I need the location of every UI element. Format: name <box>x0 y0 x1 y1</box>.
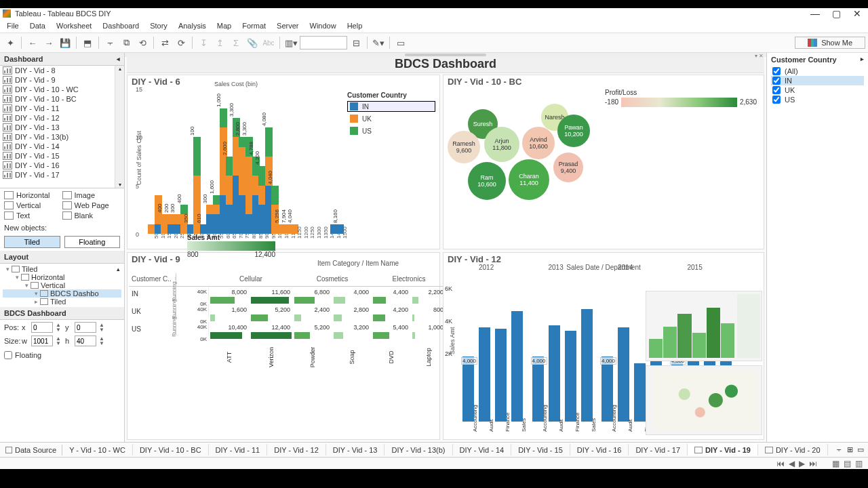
sort-desc-button[interactable]: ↥ <box>212 35 227 50</box>
filter-customer-country[interactable]: Customer Country▸ (All)INUKUS <box>766 53 868 442</box>
worksheet-item[interactable]: DIY - Vid - 13 <box>0 123 124 132</box>
object-vertical[interactable]: Vertical <box>16 201 62 209</box>
profit-loss-legend[interactable]: Profit/Loss -180 2,630 <box>605 89 757 107</box>
object-horizontal[interactable]: Horizontal <box>16 191 62 199</box>
close-button[interactable]: ✕ <box>853 9 861 18</box>
view-list-icon[interactable]: ▤ <box>844 459 851 468</box>
layout-tree[interactable]: ▾Tiled▴▾Horizontal▾Vertical▾BDCS Dashbo▸… <box>0 264 124 307</box>
refresh-button[interactable]: ⟳ <box>174 35 189 50</box>
sheet-tab[interactable]: DIY - Vid - 12 <box>267 444 326 455</box>
sheet-tab[interactable]: DIY - Vid - 14 <box>453 444 512 455</box>
sheet-tab[interactable]: DIY - Vid - 15 <box>511 444 570 455</box>
show-me-button[interactable]: Show Me <box>795 37 865 49</box>
object-image[interactable]: Image <box>75 191 121 199</box>
worksheet-item[interactable]: DIY - Vid - 11 <box>0 104 124 113</box>
fix-axes-button[interactable]: ⊟ <box>349 35 363 50</box>
sheet-tab[interactable]: DIY - Vid - 19 <box>688 444 758 455</box>
new-worksheet-icon[interactable]: ⫟ <box>835 445 843 454</box>
viz-diy-vid-9[interactable]: DIY - Vid - 9 Sales Amt 80012,400 Item C… <box>127 252 440 440</box>
maximize-button[interactable]: ▢ <box>832 9 841 18</box>
menu-worksheet[interactable]: Worksheet <box>51 20 97 31</box>
label-button[interactable]: Abc <box>261 35 276 50</box>
thumbnail-1[interactable] <box>646 291 762 361</box>
new-datasource-button[interactable]: ⬒ <box>80 35 95 50</box>
bubble-arjun[interactable]: Arjun11,800 <box>484 127 519 162</box>
undo-button[interactable]: ← <box>25 35 40 50</box>
highlight-button[interactable]: ✎▾ <box>371 35 386 50</box>
bubble-charan[interactable]: Charan11,400 <box>509 159 549 200</box>
next-button[interactable]: ▶ <box>799 459 805 468</box>
filter-item[interactable]: US <box>771 95 864 104</box>
filter-item[interactable]: UK <box>771 85 864 95</box>
object-blank[interactable]: Blank <box>75 211 121 220</box>
blank-icon[interactable] <box>62 211 72 220</box>
menu-file[interactable]: File <box>1 20 24 31</box>
layout-node[interactable]: ▾Vertical <box>3 281 121 289</box>
drag-handle[interactable] <box>405 54 486 56</box>
new-story-icon[interactable]: ▭ <box>857 445 864 454</box>
pos-x-input[interactable] <box>31 322 53 333</box>
filter-item[interactable]: (All) <box>771 66 864 76</box>
floating-checkbox[interactable] <box>4 351 12 359</box>
menu-window[interactable]: Window <box>304 20 342 31</box>
menu-analysis[interactable]: Analysis <box>173 20 212 31</box>
sheet-tab[interactable]: Y - Vid - 10 - WC <box>62 444 133 455</box>
viz-diy-vid-10-bc[interactable]: DIY - Vid - 10 - BC Profit/Loss -180 2,6… <box>443 75 764 249</box>
minimize-button[interactable]: — <box>810 9 820 18</box>
new-worksheet-button[interactable]: ⫟ <box>102 35 117 50</box>
menu-help[interactable]: Help <box>342 20 368 31</box>
dashboard-canvas[interactable]: ▾ ✕ BDCS Dashboard DIY - Vid - 6 Sales C… <box>125 53 766 442</box>
dashboard-title[interactable]: BDCS Dashboard <box>127 54 764 73</box>
layout-node[interactable]: ▾BDCS Dashbo <box>3 289 121 298</box>
worksheet-item[interactable]: DIY - Vid - 12 <box>0 113 124 123</box>
duplicate-button[interactable]: ⧉ <box>119 35 134 50</box>
sheet-tab[interactable]: DIY - Vid - 13(b) <box>384 444 452 455</box>
presentation-button[interactable]: ▭ <box>393 35 408 50</box>
bubble-ram[interactable]: Ram10,600 <box>468 162 506 200</box>
menu-map[interactable]: Map <box>212 20 237 31</box>
worksheet-item[interactable]: DIY - Vid - 8 <box>0 66 124 75</box>
layout-node[interactable]: ▾Tiled▴ <box>3 265 121 273</box>
worksheet-list[interactable]: ▴ ▾ DIY - Vid - 8DIY - Vid - 9DIY - Vid … <box>0 66 124 188</box>
worksheet-item[interactable]: DIY - Vid - 15 <box>0 151 124 161</box>
layout-node[interactable]: ▾Horizontal <box>3 273 121 281</box>
tiled-toggle[interactable]: Tiled <box>4 236 60 248</box>
menu-dashboard[interactable]: Dashboard <box>97 20 144 31</box>
size-h-input[interactable] <box>75 336 96 346</box>
worksheet-item[interactable]: DIY - Vid - 9 <box>0 75 124 85</box>
data-source-tab[interactable]: Data Source <box>0 445 62 455</box>
fit-combo[interactable] <box>300 36 347 49</box>
worksheet-item[interactable]: DIY - Vid - 17 <box>0 170 124 180</box>
bubble-ramesh[interactable]: Ramesh9,600 <box>448 131 480 163</box>
tableau-logo-icon[interactable]: ✦ <box>3 35 18 50</box>
worksheet-item[interactable]: DIY - Vid - 13(b) <box>0 132 124 142</box>
first-button[interactable]: ⏮ <box>776 459 785 468</box>
filter-item[interactable]: IN <box>771 76 864 85</box>
vertical-icon[interactable] <box>4 201 14 209</box>
prev-button[interactable]: ◀ <box>789 459 795 468</box>
save-button[interactable]: 💾 <box>58 35 73 50</box>
webpage-icon[interactable] <box>62 201 72 209</box>
new-dashboard-icon[interactable]: ⊞ <box>847 445 853 454</box>
worksheet-item[interactable]: DIY - Vid - 10 - WC <box>0 85 124 94</box>
object-webpage[interactable]: Web Page <box>75 201 121 209</box>
sheet-tab[interactable]: DIY - Vid - 10 - BC <box>133 444 209 455</box>
last-button[interactable]: ⏭ <box>809 459 817 468</box>
sales-amt-legend[interactable]: Sales Amt 80012,400 <box>187 234 275 258</box>
menu-server[interactable]: Server <box>271 20 304 31</box>
floating-toggle[interactable]: Floating <box>64 236 121 248</box>
sheet-tab[interactable]: DIY - Vid - 16 <box>570 444 629 455</box>
bubble-pawan[interactable]: Pawan10,200 <box>557 115 590 147</box>
legend-customer-country[interactable]: Customer Country IN UK US <box>347 92 435 138</box>
bubble-prasad[interactable]: Prasad9,400 <box>553 152 583 182</box>
viz-diy-vid-12[interactable]: DIY - Vid - 12 Sales Date / Department S… <box>443 252 764 440</box>
worksheet-item[interactable]: DIY - Vid - 14 <box>0 142 124 151</box>
bubble-arvind[interactable]: Arvind10,600 <box>522 127 555 159</box>
scrollbar[interactable]: ▴ ▾ <box>115 66 124 188</box>
horizontal-icon[interactable] <box>4 191 14 199</box>
view-filmstrip-icon[interactable]: ▥ <box>855 459 863 468</box>
size-w-input[interactable] <box>31 336 53 346</box>
thumbnail-2[interactable] <box>646 365 762 436</box>
fit-dropdown[interactable]: ▥▾ <box>283 35 298 50</box>
swap-button[interactable]: ⇄ <box>157 35 172 50</box>
